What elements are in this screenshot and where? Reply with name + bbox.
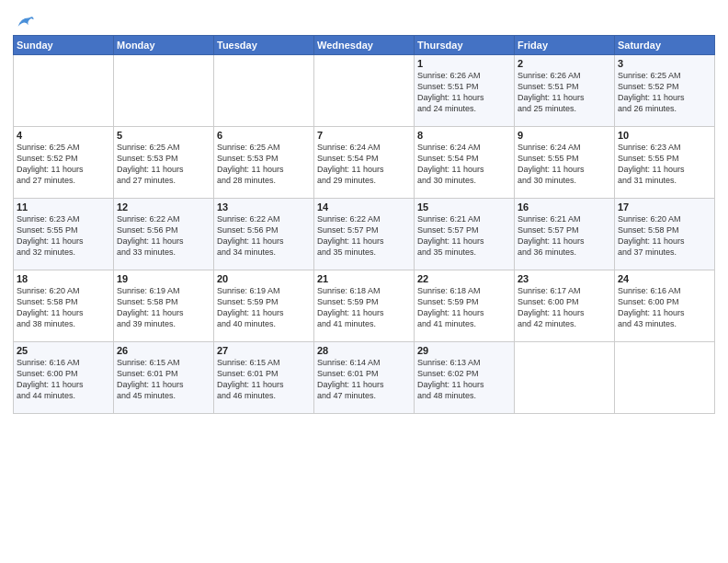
day-cell: 17Sunrise: 6:20 AM Sunset: 5:58 PM Dayli… [615,199,715,270]
day-number: 27 [217,345,311,356]
header-cell-monday: Monday [114,36,214,55]
day-info: Sunrise: 6:21 AM Sunset: 5:57 PM Dayligh… [518,213,611,259]
day-cell: 25Sunrise: 6:16 AM Sunset: 6:00 PM Dayli… [14,342,114,414]
day-info: Sunrise: 6:13 AM Sunset: 6:02 PM Dayligh… [417,357,511,402]
day-info: Sunrise: 6:16 AM Sunset: 6:00 PM Dayligh… [618,285,711,330]
day-number: 14 [317,201,411,213]
day-info: Sunrise: 6:22 AM Sunset: 5:56 PM Dayligh… [117,213,210,259]
day-cell: 23Sunrise: 6:17 AM Sunset: 6:00 PM Dayli… [515,270,615,342]
day-cell: 18Sunrise: 6:20 AM Sunset: 5:58 PM Dayli… [14,270,114,342]
day-number: 11 [17,201,110,213]
logo-bird-icon [15,13,35,33]
day-number: 4 [17,130,110,141]
day-cell: 28Sunrise: 6:14 AM Sunset: 6:01 PM Dayli… [314,342,415,414]
day-info: Sunrise: 6:18 AM Sunset: 5:59 PM Dayligh… [317,285,411,330]
day-cell: 9Sunrise: 6:24 AM Sunset: 5:55 PM Daylig… [515,127,615,199]
day-number: 17 [618,201,711,213]
header-row: SundayMondayTuesdayWednesdayThursdayFrid… [14,36,715,55]
day-number: 19 [117,273,210,284]
day-info: Sunrise: 6:22 AM Sunset: 5:57 PM Dayligh… [317,213,411,259]
day-info: Sunrise: 6:14 AM Sunset: 6:01 PM Dayligh… [317,357,411,402]
header-cell-thursday: Thursday [415,36,515,55]
day-cell: 1Sunrise: 6:26 AM Sunset: 5:51 PM Daylig… [415,55,515,127]
day-cell: 21Sunrise: 6:18 AM Sunset: 5:59 PM Dayli… [314,270,415,342]
day-info: Sunrise: 6:20 AM Sunset: 5:58 PM Dayligh… [17,285,110,330]
calendar-table: SundayMondayTuesdayWednesdayThursdayFrid… [13,35,715,414]
header-cell-friday: Friday [515,36,615,55]
day-info: Sunrise: 6:18 AM Sunset: 5:59 PM Dayligh… [417,285,511,330]
day-number: 24 [618,273,711,284]
day-cell: 7Sunrise: 6:24 AM Sunset: 5:54 PM Daylig… [314,127,415,199]
day-number: 2 [518,58,611,69]
day-cell [214,55,314,127]
header-cell-wednesday: Wednesday [314,36,415,55]
day-cell [615,342,715,414]
day-cell: 5Sunrise: 6:25 AM Sunset: 5:53 PM Daylig… [114,127,214,199]
day-cell: 29Sunrise: 6:13 AM Sunset: 6:02 PM Dayli… [415,342,515,414]
week-row-3: 11Sunrise: 6:23 AM Sunset: 5:55 PM Dayli… [14,199,715,270]
day-number: 21 [317,273,411,284]
day-cell [515,342,615,414]
day-info: Sunrise: 6:19 AM Sunset: 5:58 PM Dayligh… [117,285,210,330]
day-number: 13 [217,201,311,213]
day-number: 29 [417,345,511,356]
day-cell: 15Sunrise: 6:21 AM Sunset: 5:57 PM Dayli… [415,199,515,270]
day-cell: 2Sunrise: 6:26 AM Sunset: 5:51 PM Daylig… [515,55,615,127]
day-number: 10 [618,130,711,141]
day-number: 15 [417,201,511,213]
day-info: Sunrise: 6:26 AM Sunset: 5:51 PM Dayligh… [417,70,511,115]
day-cell: 20Sunrise: 6:19 AM Sunset: 5:59 PM Dayli… [214,270,314,342]
day-number: 1 [417,58,511,69]
day-cell: 3Sunrise: 6:25 AM Sunset: 5:52 PM Daylig… [615,55,715,127]
day-cell: 22Sunrise: 6:18 AM Sunset: 5:59 PM Dayli… [415,270,515,342]
day-number: 9 [518,130,611,141]
day-cell: 27Sunrise: 6:15 AM Sunset: 6:01 PM Dayli… [214,342,314,414]
day-cell [14,55,114,127]
day-cell: 13Sunrise: 6:22 AM Sunset: 5:56 PM Dayli… [214,199,314,270]
day-number: 7 [317,130,411,141]
day-info: Sunrise: 6:24 AM Sunset: 5:54 PM Dayligh… [317,142,411,187]
week-row-2: 4Sunrise: 6:25 AM Sunset: 5:52 PM Daylig… [14,127,715,199]
day-cell [314,55,415,127]
day-info: Sunrise: 6:21 AM Sunset: 5:57 PM Dayligh… [417,213,511,259]
week-row-4: 18Sunrise: 6:20 AM Sunset: 5:58 PM Dayli… [14,270,715,342]
day-info: Sunrise: 6:25 AM Sunset: 5:52 PM Dayligh… [17,142,110,187]
day-cell: 14Sunrise: 6:22 AM Sunset: 5:57 PM Dayli… [314,199,415,270]
logo [13,13,35,33]
day-number: 20 [217,273,311,284]
day-number: 28 [317,345,411,356]
day-info: Sunrise: 6:15 AM Sunset: 6:01 PM Dayligh… [117,357,210,402]
header-cell-sunday: Sunday [14,36,114,55]
day-number: 12 [117,201,210,213]
day-number: 25 [17,345,110,356]
day-number: 22 [417,273,511,284]
day-cell: 4Sunrise: 6:25 AM Sunset: 5:52 PM Daylig… [14,127,114,199]
day-number: 8 [417,130,511,141]
day-info: Sunrise: 6:25 AM Sunset: 5:53 PM Dayligh… [117,142,210,187]
day-number: 3 [618,58,711,69]
day-info: Sunrise: 6:20 AM Sunset: 5:58 PM Dayligh… [618,213,711,259]
header-cell-tuesday: Tuesday [214,36,314,55]
day-info: Sunrise: 6:25 AM Sunset: 5:52 PM Dayligh… [618,70,711,115]
day-number: 5 [117,130,210,141]
day-info: Sunrise: 6:26 AM Sunset: 5:51 PM Dayligh… [518,70,611,115]
header-cell-saturday: Saturday [615,36,715,55]
day-info: Sunrise: 6:19 AM Sunset: 5:59 PM Dayligh… [217,285,311,330]
day-info: Sunrise: 6:25 AM Sunset: 5:53 PM Dayligh… [217,142,311,187]
day-cell: 16Sunrise: 6:21 AM Sunset: 5:57 PM Dayli… [515,199,615,270]
week-row-5: 25Sunrise: 6:16 AM Sunset: 6:00 PM Dayli… [14,342,715,414]
day-cell: 10Sunrise: 6:23 AM Sunset: 5:55 PM Dayli… [615,127,715,199]
calendar-body: 1Sunrise: 6:26 AM Sunset: 5:51 PM Daylig… [14,55,715,414]
day-cell: 19Sunrise: 6:19 AM Sunset: 5:58 PM Dayli… [114,270,214,342]
day-cell: 26Sunrise: 6:15 AM Sunset: 6:01 PM Dayli… [114,342,214,414]
day-info: Sunrise: 6:15 AM Sunset: 6:01 PM Dayligh… [217,357,311,402]
day-number: 6 [217,130,311,141]
day-cell: 12Sunrise: 6:22 AM Sunset: 5:56 PM Dayli… [114,199,214,270]
header [13,9,715,33]
day-info: Sunrise: 6:24 AM Sunset: 5:55 PM Dayligh… [518,142,611,187]
day-number: 26 [117,345,210,356]
day-cell [114,55,214,127]
page-container: SundayMondayTuesdayWednesdayThursdayFrid… [0,0,728,421]
week-row-1: 1Sunrise: 6:26 AM Sunset: 5:51 PM Daylig… [14,55,715,127]
day-info: Sunrise: 6:16 AM Sunset: 6:00 PM Dayligh… [17,357,110,402]
